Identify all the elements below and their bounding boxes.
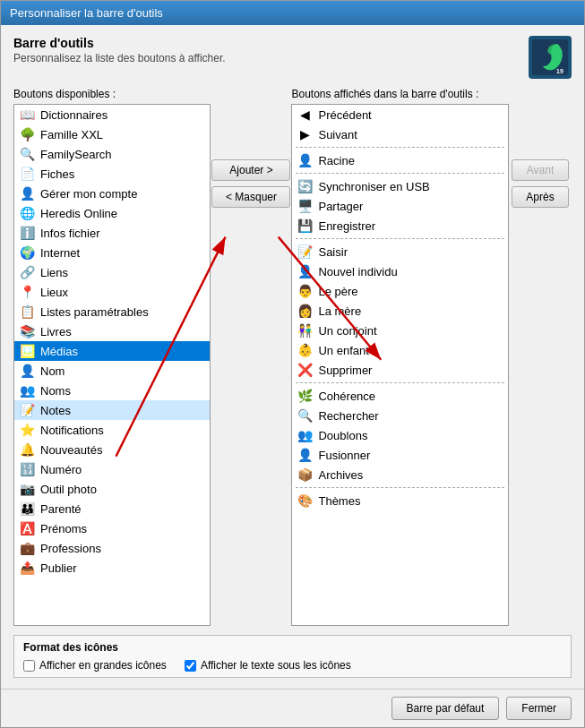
item-icon-r-enregistrer: 💾 xyxy=(296,217,314,235)
item-label-r-fusionner: Fusionner xyxy=(318,449,370,462)
left-list-item-gerer-compte[interactable]: 👤Gérer mon compte xyxy=(14,184,210,203)
left-list-item-numero[interactable]: 🔢Numéro xyxy=(14,459,210,479)
right-list-item-coherence[interactable]: 🌿Cohérence xyxy=(292,386,508,406)
left-list-item-professions[interactable]: 💼Professions xyxy=(14,538,210,558)
texte-sous-icones-checkbox[interactable] xyxy=(185,660,196,672)
avant-button[interactable]: Avant xyxy=(512,159,569,181)
right-list-item-precedent[interactable]: ◀Précédent xyxy=(292,105,508,124)
item-icon-r-racine: 👤 xyxy=(296,151,314,169)
left-list-item-publier[interactable]: 📤Publier xyxy=(14,558,210,578)
default-bar-button[interactable]: Barre par défaut xyxy=(391,697,500,720)
separator-sep2 xyxy=(296,173,504,174)
left-list-item-heredis-online[interactable]: 🌐Heredis Online xyxy=(14,203,210,223)
item-icon-r-partager: 🖥️ xyxy=(296,197,314,215)
item-icon-nouveautes: 🔔 xyxy=(18,441,36,458)
content-area: Barre d'outils Personnalisez la liste de… xyxy=(1,25,584,689)
left-list-item-infos-fichier[interactable]: ℹ️Infos fichier xyxy=(14,223,210,243)
item-label-r-la-mere: La mère xyxy=(318,304,361,318)
left-list-item-outil-photo[interactable]: 📷Outil photo xyxy=(14,479,210,499)
left-list-item-nouveautes[interactable]: 🔔Nouveautés xyxy=(14,440,210,459)
right-list-item-partager[interactable]: 🖥️Partager xyxy=(292,196,508,216)
item-label-r-coherence: Cohérence xyxy=(318,390,375,403)
right-list-item-racine[interactable]: 👤Racine xyxy=(292,150,508,170)
right-list-item-archives[interactable]: 📦Archives xyxy=(292,465,508,484)
available-buttons-list[interactable]: 📖Dictionnaires🌳Famille XXL🔍FamilySearch📄… xyxy=(13,104,211,626)
right-list-item-synchroniser[interactable]: 🔄Synchroniser en USB xyxy=(292,176,508,196)
left-list-item-liens[interactable]: 🔗Liens xyxy=(14,262,210,282)
left-list-item-dictionnaires[interactable]: 📖Dictionnaires xyxy=(14,105,210,124)
item-icon-medias: 🖼️ xyxy=(18,342,36,360)
item-icon-listes-parametrables: 📋 xyxy=(18,303,36,321)
close-button[interactable]: Fermer xyxy=(506,697,572,720)
left-list-item-noms[interactable]: 👥Noms xyxy=(14,381,210,400)
right-list-item-fusionner[interactable]: 👤Fusionner xyxy=(292,445,508,465)
right-list-item-enregistrer[interactable]: 💾Enregistrer xyxy=(292,216,508,236)
item-label-r-suivant: Suivant xyxy=(318,128,357,141)
item-icon-r-saisir: 📝 xyxy=(296,243,314,261)
item-label-infos-fichier: Infos fichier xyxy=(40,227,99,240)
add-button[interactable]: Ajouter > xyxy=(211,159,290,181)
item-icon-noms: 👥 xyxy=(18,381,36,399)
item-label-r-enregistrer: Enregistrer xyxy=(318,219,375,233)
displayed-buttons-list[interactable]: ◀Précédent▶Suivant👤Racine🔄Synchroniser e… xyxy=(291,104,509,626)
right-list-item-suivant[interactable]: ▶Suivant xyxy=(292,124,508,144)
bottom-bar: Barre par défaut Fermer xyxy=(1,689,584,727)
item-label-famille-xxl: Famille XXL xyxy=(40,128,103,141)
right-list-item-un-enfant[interactable]: 👶Un enfant xyxy=(292,340,508,360)
left-panel: Boutons disponibles : 📖Dictionnaires🌳Fam… xyxy=(13,88,211,626)
left-list-item-fiches[interactable]: 📄Fiches xyxy=(14,164,210,184)
format-options: Afficher en grandes icônes Afficher le t… xyxy=(23,659,562,672)
header-section: Barre d'outils Personnalisez la liste de… xyxy=(13,36,572,79)
left-list-item-famille-xxl[interactable]: 🌳Famille XXL xyxy=(14,124,210,144)
right-list-item-saisir[interactable]: 📝Saisir xyxy=(292,242,508,261)
format-section: Format des icônes Afficher en grandes ic… xyxy=(13,635,572,678)
right-list-item-supprimer[interactable]: ❌Supprimer xyxy=(292,360,508,380)
item-label-nouveautes: Nouveautés xyxy=(40,443,102,457)
left-list-item-medias[interactable]: 🖼️Médias xyxy=(14,341,210,361)
item-icon-livres: 📚 xyxy=(18,322,36,340)
item-label-lieux: Lieux xyxy=(40,286,68,299)
item-label-r-doublons: Doublons xyxy=(318,429,367,442)
item-icon-r-fusionner: 👤 xyxy=(296,446,314,464)
right-list-item-doublons[interactable]: 👥Doublons xyxy=(292,425,508,445)
item-label-professions: Professions xyxy=(40,542,101,555)
left-list-item-notifications[interactable]: ⭐Notifications xyxy=(14,420,210,440)
item-label-prenoms: Prénoms xyxy=(40,522,87,535)
item-label-r-un-conjoint: Un conjoint xyxy=(318,324,376,338)
item-label-livres: Livres xyxy=(40,325,72,338)
right-list-item-themes[interactable]: 🎨Thèmes xyxy=(292,491,508,510)
section-title: Barre d'outils xyxy=(13,36,226,50)
left-list-item-parente[interactable]: 👪Parenté xyxy=(14,499,210,518)
item-label-r-archives: Archives xyxy=(318,468,363,482)
grandes-icones-option[interactable]: Afficher en grandes icônes xyxy=(23,659,167,672)
left-list-item-livres[interactable]: 📚Livres xyxy=(14,321,210,341)
left-list-item-internet[interactable]: 🌍Internet xyxy=(14,243,210,262)
left-list-item-listes-parametrables[interactable]: 📋Listes paramétrables xyxy=(14,302,210,321)
item-label-numero: Numéro xyxy=(40,463,82,476)
item-label-internet: Internet xyxy=(40,246,80,260)
item-label-noms: Noms xyxy=(40,384,71,398)
item-label-r-themes: Thèmes xyxy=(318,494,360,508)
left-list-item-familysearch[interactable]: 🔍FamilySearch xyxy=(14,144,210,164)
grandes-icones-checkbox[interactable] xyxy=(23,660,35,672)
app-logo: 19 xyxy=(529,36,572,79)
texte-sous-icones-option[interactable]: Afficher le texte sous les icônes xyxy=(185,659,351,672)
left-list-item-lieux[interactable]: 📍Lieux xyxy=(14,282,210,302)
right-list-item-rechercher[interactable]: 🔍Rechercher xyxy=(292,406,508,425)
right-list-item-nouvel-individu[interactable]: 👤Nouvel individu xyxy=(292,261,508,281)
left-list-item-nom[interactable]: 👤Nom xyxy=(14,361,210,381)
apres-button[interactable]: Après xyxy=(512,186,569,208)
left-list-item-notes[interactable]: 📝Notes xyxy=(14,400,210,420)
item-label-r-synchroniser: Synchroniser en USB xyxy=(318,180,429,193)
separator-sep4 xyxy=(296,382,504,383)
item-icon-r-themes: 🎨 xyxy=(296,492,314,510)
item-label-nom: Nom xyxy=(40,364,65,378)
item-label-notes: Notes xyxy=(40,404,71,417)
item-icon-r-synchroniser: 🔄 xyxy=(296,177,314,195)
right-list-item-un-conjoint[interactable]: 👫Un conjoint xyxy=(292,321,508,340)
item-label-outil-photo: Outil photo xyxy=(40,483,97,496)
hide-button[interactable]: < Masquer xyxy=(211,186,290,208)
right-list-item-le-pere[interactable]: 👨Le père xyxy=(292,281,508,301)
left-list-item-prenoms[interactable]: 🅰️Prénoms xyxy=(14,518,210,538)
right-list-item-la-mere[interactable]: 👩La mère xyxy=(292,301,508,321)
